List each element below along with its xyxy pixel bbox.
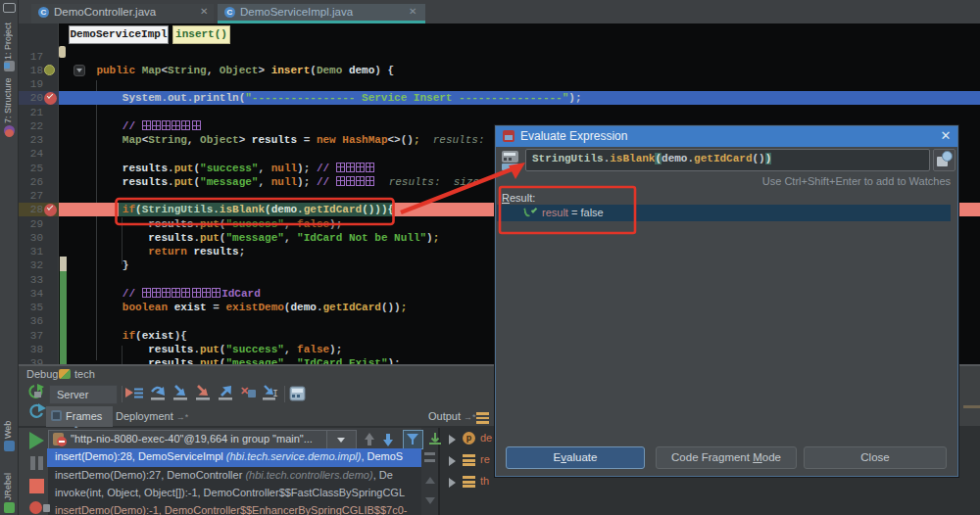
- svg-text:✕: ✕: [240, 385, 249, 397]
